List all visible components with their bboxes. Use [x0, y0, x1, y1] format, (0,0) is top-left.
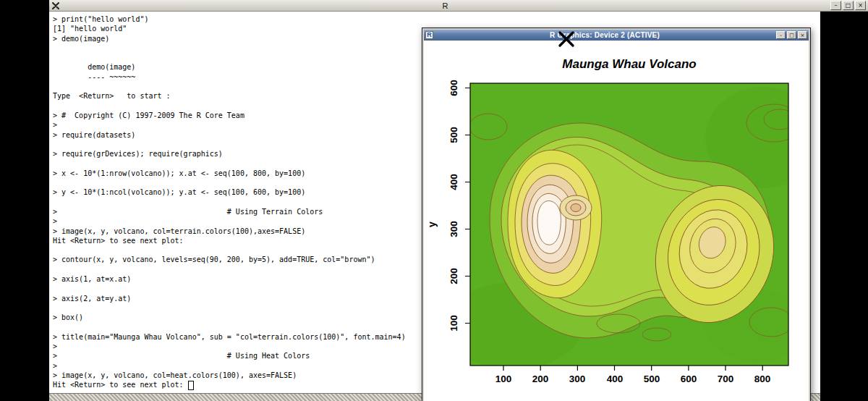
text-cursor	[188, 381, 194, 390]
y-tick-label: 400	[448, 174, 459, 190]
x-tick-label: 100	[495, 373, 512, 384]
x-tick-label: 200	[532, 373, 549, 384]
volcano-contour-plot: 100 200 300 400 500 600 700 800 600 500 …	[424, 41, 809, 401]
x-tick-label: 300	[569, 373, 586, 384]
screen-bezel-right	[820, 0, 868, 401]
main-window-titlebar[interactable]: R – □ ×	[49, 0, 868, 12]
screen: R – □ × > print("hello world") [1] "hell…	[0, 0, 868, 401]
graphics-window-controls: – □ ×	[776, 31, 807, 39]
y-axis-ticks	[465, 88, 470, 324]
y-tick-label: 600	[448, 80, 459, 96]
x-tick-label: 800	[754, 373, 771, 384]
x-axis-ticks	[503, 366, 762, 371]
x-tick-label: 500	[644, 373, 660, 384]
screen-bezel-left	[0, 0, 49, 401]
graphics-device-canvas: 100 200 300 400 500 600 700 800 600 500 …	[424, 41, 809, 401]
main-window-controls: – □ ×	[830, 1, 866, 10]
r-logo-icon: R	[425, 31, 433, 39]
graphics-maximize-button[interactable]: □	[787, 31, 796, 39]
graphics-minimize-button[interactable]: –	[776, 31, 786, 39]
graphics-close-button[interactable]: ×	[798, 31, 807, 39]
y-tick-label: 300	[448, 221, 459, 237]
console-output[interactable]: > print("hello world") [1] "hello world"…	[49, 12, 406, 390]
y-tick-label: 100	[448, 315, 459, 332]
plot-title: Maunga Whau Volcano	[562, 57, 696, 71]
terrain-image	[445, 83, 809, 369]
graphics-window: R R Graphics: Device 2 (ACTIVE) – □ ×	[422, 28, 811, 401]
x-cursor-icon	[557, 30, 576, 48]
y-axis-label: y	[426, 221, 438, 227]
x-tick-label: 400	[607, 373, 624, 384]
maximize-button[interactable]: □	[843, 1, 854, 10]
graphics-window-titlebar[interactable]: R R Graphics: Device 2 (ACTIVE) – □ ×	[424, 30, 809, 41]
terminal-app-icon	[51, 1, 60, 10]
x-tick-label: 700	[718, 373, 734, 384]
minimize-button[interactable]: –	[830, 1, 841, 10]
y-tick-label: 200	[448, 268, 459, 284]
x-tick-label: 600	[681, 373, 697, 384]
close-button[interactable]: ×	[855, 1, 866, 10]
y-tick-label: 500	[448, 127, 459, 143]
main-window-title: R	[62, 1, 828, 10]
graphics-window-title: R Graphics: Device 2 (ACTIVE)	[435, 31, 774, 39]
